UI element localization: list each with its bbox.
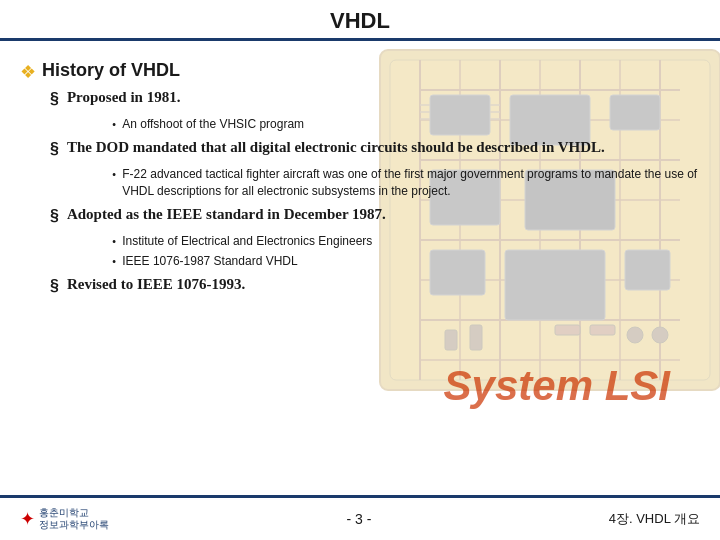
logo-star-icon: ✦ bbox=[20, 508, 35, 530]
footer-chapter: 4장. VHDL 개요 bbox=[609, 510, 700, 528]
bullet-icon: • bbox=[112, 168, 116, 183]
footer-logo: ✦ 홍춘미학교 정보과학부아록 bbox=[20, 507, 109, 531]
item-4-title: Revised to IEEE 1076-1993. bbox=[67, 276, 245, 293]
logo-text-block: 홍춘미학교 정보과학부아록 bbox=[39, 507, 109, 531]
sub-items-list: § Proposed in 1981. • An offshoot of the… bbox=[50, 89, 700, 295]
bullets-1: • An offshoot of the VHSIC program bbox=[112, 116, 700, 133]
item-1-title: Proposed in 1981. bbox=[67, 89, 181, 106]
section-title: History of VHDL bbox=[42, 60, 180, 81]
section-heading: ❖ History of VHDL bbox=[20, 60, 700, 83]
page-number: - 3 - bbox=[346, 511, 371, 527]
bullet-icon: • bbox=[112, 255, 116, 270]
list-item: § Adopted as the IEEE standard in Decemb… bbox=[50, 206, 700, 225]
paragraph-icon-4: § bbox=[50, 277, 59, 295]
logo-line2: 정보과학부아록 bbox=[39, 519, 109, 531]
bullet-text: Institute of Electrical and Electronics … bbox=[122, 233, 372, 250]
item-3-title: Adopted as the IEEE standard in December… bbox=[67, 206, 386, 223]
item-2-title: The DOD mandated that all digital electr… bbox=[67, 139, 605, 156]
bullet-item: • An offshoot of the VHSIC program bbox=[112, 116, 700, 133]
paragraph-icon-3: § bbox=[50, 207, 59, 225]
bullet-icon: • bbox=[112, 235, 116, 250]
bullet-text: IEEE 1076-1987 Standard VHDL bbox=[122, 253, 297, 270]
bullet-icon: • bbox=[112, 118, 116, 133]
bullet-item: • Institute of Electrical and Electronic… bbox=[112, 233, 700, 250]
bullet-text: F-22 advanced tactical fighter aircraft … bbox=[122, 166, 700, 200]
diamond-icon: ❖ bbox=[20, 61, 36, 83]
bullets-2: • F-22 advanced tactical fighter aircraf… bbox=[112, 166, 700, 200]
paragraph-icon-1: § bbox=[50, 90, 59, 108]
bullets-3: • Institute of Electrical and Electronic… bbox=[112, 233, 700, 270]
footer-bar: ✦ 홍춘미학교 정보과학부아록 - 3 - 4장. VHDL 개요 bbox=[0, 495, 720, 540]
slide: VHDL bbox=[0, 0, 720, 540]
bullet-text: An offshoot of the VHSIC program bbox=[122, 116, 304, 133]
list-item: § Proposed in 1981. bbox=[50, 89, 700, 108]
list-item: § The DOD mandated that all digital elec… bbox=[50, 139, 700, 158]
bullet-item: • IEEE 1076-1987 Standard VHDL bbox=[112, 253, 700, 270]
slide-title: VHDL bbox=[0, 8, 720, 34]
bullet-item: • F-22 advanced tactical fighter aircraf… bbox=[112, 166, 700, 200]
logo-line1: 홍춘미학교 bbox=[39, 507, 109, 519]
paragraph-icon-2: § bbox=[50, 140, 59, 158]
content-area: ❖ History of VHDL § Proposed in 1981. • … bbox=[20, 50, 700, 490]
list-item: § Revised to IEEE 1076-1993. bbox=[50, 276, 700, 295]
